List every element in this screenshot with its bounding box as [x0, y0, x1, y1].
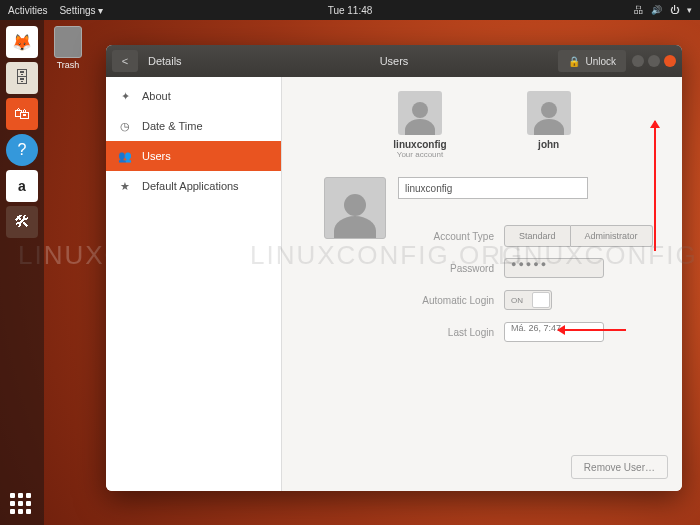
close-button[interactable]: [664, 55, 676, 67]
app-menu[interactable]: Settings ▾: [59, 5, 103, 16]
sidebar-item-label: About: [142, 90, 171, 102]
username-input[interactable]: [398, 177, 588, 199]
page-title: Users: [380, 55, 409, 67]
help-icon[interactable]: ?: [6, 134, 38, 166]
lock-icon: 🔒: [568, 56, 580, 67]
back-button[interactable]: <: [112, 50, 138, 72]
password-label: Password: [398, 263, 494, 274]
sidebar-item-default-apps[interactable]: ★ Default Applications: [106, 171, 281, 201]
sidebar-item-users[interactable]: 👥 Users: [106, 141, 281, 171]
show-apps-icon[interactable]: [10, 493, 34, 517]
unlock-label: Unlock: [585, 56, 616, 67]
clock[interactable]: Tue 11:48: [328, 5, 373, 16]
chevron-down-icon[interactable]: ▾: [687, 5, 692, 15]
power-icon[interactable]: ⏻: [670, 5, 679, 15]
content-pane: linuxconfig Your account john Account Ty…: [282, 77, 682, 491]
remove-user-button[interactable]: Remove User…: [571, 455, 668, 479]
software-icon[interactable]: 🛍: [6, 98, 38, 130]
files-icon[interactable]: 🗄: [6, 62, 38, 94]
clock-icon: ◷: [118, 120, 132, 133]
avatar: [527, 91, 571, 135]
user-name: linuxconfig: [393, 139, 446, 150]
firefox-icon[interactable]: 🦊: [6, 26, 38, 58]
avatar: [398, 91, 442, 135]
user-sub: Your account: [393, 150, 446, 159]
sidebar-item-label: Users: [142, 150, 171, 162]
settings-window: < Details Users 🔒 Unlock ✦ About ◷ Date …: [106, 45, 682, 491]
sidebar-item-datetime[interactable]: ◷ Date & Time: [106, 111, 281, 141]
annotation-arrow-icon: [558, 329, 626, 331]
activities-button[interactable]: Activities: [8, 5, 47, 16]
trash-desktop-icon[interactable]: Trash: [54, 26, 82, 70]
system-tray[interactable]: 品 🔊 ⏻ ▾: [634, 4, 692, 17]
sidebar-item-about[interactable]: ✦ About: [106, 81, 281, 111]
administrator-button[interactable]: Administrator: [571, 225, 653, 247]
sidebar: ✦ About ◷ Date & Time 👥 Users ★ Default …: [106, 77, 282, 491]
section-title: Details: [148, 55, 182, 67]
unlock-button[interactable]: 🔒 Unlock: [558, 50, 626, 72]
auto-login-label: Automatic Login: [398, 295, 494, 306]
network-icon[interactable]: 品: [634, 4, 643, 17]
password-field[interactable]: ●●●●●: [504, 258, 604, 278]
trash-label: Trash: [54, 60, 82, 70]
sidebar-item-label: Default Applications: [142, 180, 239, 192]
user-card[interactable]: linuxconfig Your account: [393, 91, 446, 159]
annotation-arrow-icon: [654, 121, 656, 251]
top-panel: Activities Settings ▾ Tue 11:48 品 🔊 ⏻ ▾: [0, 0, 700, 20]
toggle-knob: [532, 292, 550, 308]
account-type-segmented: Standard Administrator: [504, 225, 653, 247]
minimize-button[interactable]: [632, 55, 644, 67]
toggle-state: ON: [511, 296, 523, 305]
settings-icon[interactable]: 🛠: [6, 206, 38, 238]
auto-login-toggle[interactable]: ON: [504, 290, 552, 310]
user-card[interactable]: john: [527, 91, 571, 159]
maximize-button[interactable]: [648, 55, 660, 67]
users-icon: 👥: [118, 150, 132, 163]
user-name: john: [527, 139, 571, 150]
titlebar: < Details Users 🔒 Unlock: [106, 45, 682, 77]
dock: 🦊 🗄 🛍 ? a 🛠: [0, 20, 44, 525]
standard-button[interactable]: Standard: [504, 225, 571, 247]
star-icon: ✦: [118, 90, 132, 103]
star-icon: ★: [118, 180, 132, 193]
account-type-label: Account Type: [398, 231, 494, 242]
avatar-large[interactable]: [324, 177, 386, 239]
volume-icon[interactable]: 🔊: [651, 5, 662, 15]
last-login-label: Last Login: [398, 327, 494, 338]
sidebar-item-label: Date & Time: [142, 120, 203, 132]
amazon-icon[interactable]: a: [6, 170, 38, 202]
trash-icon: [54, 26, 82, 58]
